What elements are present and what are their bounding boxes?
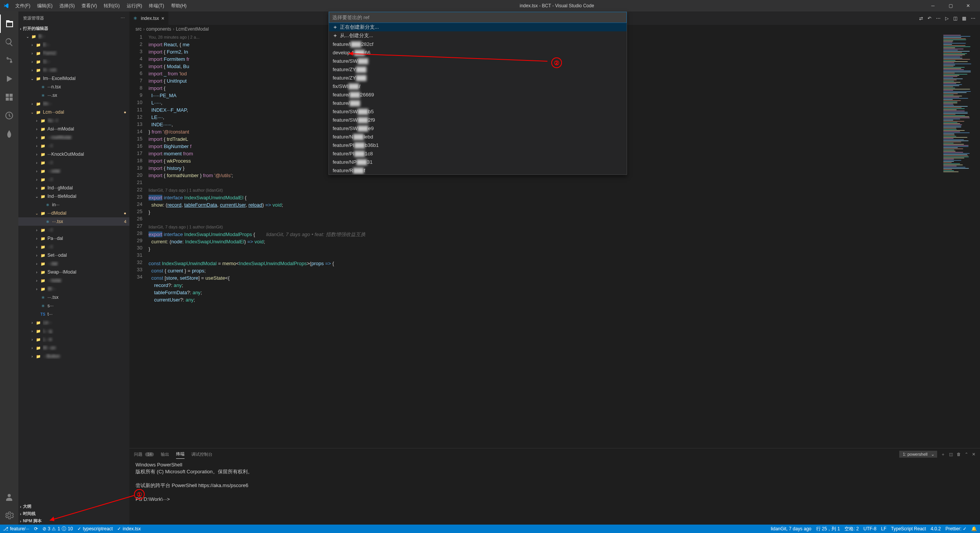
quickpick-item[interactable]: feature/SW███b5 — [329, 107, 627, 116]
status-problems[interactable]: ⊘ 3 ⚠ 1 ⓘ 10 — [42, 526, 73, 532]
tree-folder[interactable]: ›📁Set···odal — [18, 251, 129, 259]
tree-folder[interactable]: ›📁···l — [18, 226, 129, 234]
editor-compare-icon[interactable]: ⇄ — [919, 16, 923, 21]
tree-file[interactable]: TSt··· — [18, 310, 129, 318]
tree-folder[interactable]: ›📁···odal — [18, 167, 129, 175]
tree-folder[interactable]: ›📁···l — [18, 175, 129, 184]
panel-tab-terminal[interactable]: 终端 — [176, 450, 185, 459]
editor-run-icon[interactable]: ▷ — [945, 16, 949, 21]
activity-explorer-icon[interactable] — [0, 15, 18, 33]
status-git-author[interactable]: lidanGit, 7 days ago — [771, 526, 811, 531]
terminal-new-icon[interactable]: ＋ — [941, 452, 945, 457]
open-editors-section[interactable]: ›打开的编辑器 — [18, 25, 129, 32]
terminal-kill-icon[interactable]: 🗑 — [957, 452, 961, 456]
tree-folder[interactable]: ›📁L···g — [18, 327, 129, 335]
tree-file[interactable]: ⚛···.tsx — [18, 293, 129, 302]
menu-file[interactable]: 文件(F) — [12, 1, 33, 11]
tab-close-icon[interactable]: × — [161, 15, 164, 21]
panel-tab-problems[interactable]: 问题 14 — [134, 450, 154, 459]
quickpick-item[interactable]: feature/███ — [329, 99, 627, 107]
tree-folder[interactable]: ›📁···l — [18, 158, 129, 167]
activity-mongodb-icon[interactable] — [0, 125, 18, 143]
status-tsreact[interactable]: ✓ typescriptreact — [77, 526, 113, 531]
quickpick-item[interactable]: feature/SW███e9 — [329, 124, 627, 132]
activity-debug-icon[interactable] — [0, 70, 18, 88]
tree-folder[interactable]: ›📁···dal — [18, 259, 129, 268]
window-minimize[interactable]: ─ — [924, 0, 942, 11]
terminal-content[interactable]: Windows PowerShell版权所有 (C) Microsoft Cor… — [129, 460, 980, 525]
quickpick-item[interactable]: feature/SW███ — [329, 57, 627, 65]
panel-tab-output[interactable]: 输出 — [161, 450, 169, 459]
quickpick-item[interactable]: ＋正在创建新分支... — [329, 23, 627, 31]
tree-folder[interactable]: ⌄📁···dModal● — [18, 209, 129, 217]
tree-folder[interactable]: ›📁···l — [18, 142, 129, 150]
quickpick-item[interactable]: feature/l███282cf — [329, 40, 627, 48]
tree-folder[interactable]: ›📁Pa···dal — [18, 234, 129, 243]
sidebar-more-icon[interactable]: ⋯ — [121, 16, 125, 21]
status-sync-icon[interactable]: ⟳ — [34, 526, 38, 531]
tree-folder[interactable]: ›📁Swap···lModal — [18, 268, 129, 276]
quickpick-item[interactable]: feature/R███f — [329, 166, 627, 174]
tree-folder[interactable]: ⌄📁Im···ExcelModal — [18, 74, 129, 83]
menu-edit[interactable]: 编辑(E) — [34, 1, 56, 11]
terminal-split-icon[interactable]: ◫ — [949, 452, 953, 457]
timeline-section[interactable]: ›时间线 — [18, 510, 129, 517]
tree-folder[interactable]: ›📁Ac···l — [18, 116, 129, 125]
activity-search-icon[interactable] — [0, 33, 18, 51]
tree-folder[interactable]: ›📁L···e — [18, 335, 129, 344]
outline-section[interactable]: ›大纲 — [18, 503, 129, 510]
status-bell-icon[interactable]: 🔔 — [971, 526, 977, 531]
tree-folder[interactable]: ›📁H···rch — [18, 66, 129, 74]
quickpick-item[interactable]: feature/ZY███ — [329, 65, 627, 73]
tree-folder[interactable]: ›📁···nseModal — [18, 133, 129, 142]
panel-tab-debug[interactable]: 调试控制台 — [191, 450, 212, 459]
tree-folder[interactable]: ⌄📁B··· — [18, 32, 129, 41]
editor-more-icon[interactable]: ⋯ — [971, 16, 975, 21]
terminal-close-icon[interactable]: ✕ — [972, 452, 975, 457]
quickpick-item[interactable]: feature/███26669 — [329, 90, 627, 99]
quickpick-item[interactable]: feature/PI███b36b1 — [329, 141, 627, 149]
activity-gitlens-icon[interactable] — [0, 106, 18, 125]
status-encoding[interactable]: UTF-8 — [864, 526, 877, 531]
tree-folder[interactable]: ›📁E··· — [18, 41, 129, 49]
tree-folder[interactable]: ›📁G··· — [18, 57, 129, 66]
status-eol[interactable]: LF — [881, 526, 887, 531]
window-close[interactable]: ✕ — [959, 0, 977, 11]
tree-file[interactable]: ⚛···.tsx4 — [18, 217, 129, 226]
tree-folder[interactable]: ›📁Le··· — [18, 318, 129, 327]
tree-file[interactable]: ⚛s··· — [18, 302, 129, 310]
status-version[interactable]: 4.0.2 — [931, 526, 941, 531]
tree-folder[interactable]: ›📁···lodal — [18, 276, 129, 285]
window-maximize[interactable]: ▢ — [942, 0, 959, 11]
status-linecol[interactable]: 行 25，列 1 — [816, 526, 840, 532]
menu-selection[interactable]: 选择(S) — [56, 1, 78, 11]
status-prettier[interactable]: Prettier: ✓ — [946, 526, 967, 531]
terminal-selector[interactable]: 1: powershell ⌄ — [899, 451, 937, 458]
editor-undo-icon[interactable]: ↶ — [928, 16, 931, 21]
quickpick-item[interactable]: feature/N███lebd — [329, 132, 627, 141]
quickpick-item[interactable]: feature/ZY███ — [329, 73, 627, 82]
minimap[interactable] — [942, 33, 980, 448]
status-spaces[interactable]: 空格: 2 — [844, 526, 859, 532]
menu-go[interactable]: 转到(G) — [101, 1, 122, 11]
tree-folder[interactable]: ⌄📁Lcm···odal● — [18, 108, 129, 116]
tree-folder[interactable]: ›📁···l — [18, 243, 129, 251]
tree-folder[interactable]: ›📁W··· — [18, 285, 129, 293]
tree-folder[interactable]: ›📁M···on — [18, 344, 129, 352]
menu-help[interactable]: 帮助(H) — [168, 1, 190, 11]
status-filename[interactable]: ✓ index.tsx — [117, 526, 140, 531]
tree-folder[interactable]: ›📁Ind···gModal — [18, 184, 129, 192]
tree-file[interactable]: ⚛···n.tsx — [18, 83, 129, 91]
menu-view[interactable]: 查看(V) — [78, 1, 100, 11]
editor-layout-icon[interactable]: ▦ — [962, 16, 966, 21]
activity-settings-icon[interactable] — [0, 506, 18, 525]
quickpick-item[interactable]: feature/NP███31 — [329, 158, 627, 166]
quickpick-item[interactable]: fix/SWI███/ — [329, 82, 627, 90]
quickpick-item[interactable]: feature/SW███2f9 — [329, 116, 627, 124]
tree-folder[interactable]: ›📁Asi···mModal — [18, 125, 129, 133]
quickpick-item[interactable]: ＋从...创建分支... — [329, 31, 627, 40]
activity-scm-icon[interactable] — [0, 51, 18, 70]
status-branch[interactable]: ⎇ feature/··· — [3, 526, 29, 531]
editor-split-icon[interactable]: ◫ — [953, 16, 957, 21]
activity-extensions-icon[interactable] — [0, 88, 18, 106]
